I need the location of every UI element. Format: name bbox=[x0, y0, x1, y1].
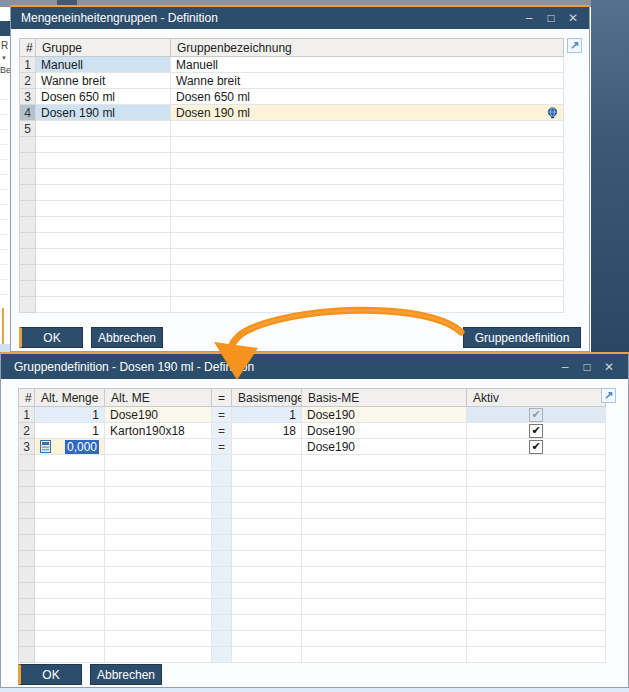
empty-grid-cell[interactable] bbox=[171, 137, 564, 153]
empty-grid-cell[interactable] bbox=[19, 471, 35, 487]
empty-grid-cell[interactable] bbox=[302, 471, 467, 487]
empty-grid-cell[interactable] bbox=[232, 647, 302, 663]
empty-grid-cell[interactable] bbox=[105, 455, 212, 471]
empty-grid-cell[interactable] bbox=[105, 583, 212, 599]
basis-me-cell[interactable]: Dose190 bbox=[302, 439, 467, 455]
empty-grid-cell[interactable] bbox=[232, 631, 302, 647]
empty-grid-cell[interactable] bbox=[212, 583, 232, 599]
empty-grid-cell[interactable] bbox=[171, 265, 564, 281]
bezeichnung-cell[interactable]: Dosen 650 ml bbox=[171, 89, 564, 105]
minimize-button[interactable]: – bbox=[559, 361, 571, 373]
empty-grid-cell[interactable] bbox=[105, 615, 212, 631]
column-header-gruppe[interactable]: Gruppe bbox=[36, 39, 171, 57]
empty-grid-cell[interactable] bbox=[19, 631, 35, 647]
empty-grid-cell[interactable] bbox=[171, 185, 564, 201]
empty-grid-cell[interactable] bbox=[467, 551, 606, 567]
empty-grid-cell[interactable] bbox=[36, 217, 171, 233]
basismenge-cell[interactable]: 1 bbox=[232, 407, 302, 423]
empty-grid-cell[interactable] bbox=[302, 487, 467, 503]
empty-grid-cell[interactable] bbox=[171, 201, 564, 217]
row-number[interactable]: 3 bbox=[20, 89, 36, 105]
empty-grid-cell[interactable] bbox=[467, 535, 606, 551]
empty-grid-cell[interactable] bbox=[232, 503, 302, 519]
cancel-button[interactable]: Abbrechen bbox=[90, 664, 162, 685]
ok-button[interactable]: OK bbox=[18, 664, 82, 685]
empty-grid-cell[interactable] bbox=[105, 535, 212, 551]
column-header-aktiv[interactable]: Aktiv bbox=[467, 389, 606, 407]
empty-grid-cell[interactable] bbox=[302, 519, 467, 535]
empty-grid-cell[interactable] bbox=[212, 567, 232, 583]
empty-grid-cell[interactable] bbox=[36, 265, 171, 281]
empty-grid-cell[interactable] bbox=[302, 583, 467, 599]
empty-grid-cell[interactable] bbox=[467, 615, 606, 631]
column-header-gruppenbezeichnung[interactable]: Gruppenbezeichnung bbox=[171, 39, 564, 57]
gruppe-cell[interactable]: Wanne breit bbox=[36, 73, 171, 89]
empty-grid-cell[interactable] bbox=[19, 455, 35, 471]
empty-grid-cell[interactable] bbox=[467, 647, 606, 663]
empty-grid-cell[interactable] bbox=[105, 471, 212, 487]
column-header-alt-me[interactable]: Alt. ME bbox=[105, 389, 212, 407]
empty-grid-cell[interactable] bbox=[302, 503, 467, 519]
maximize-button[interactable]: □ bbox=[545, 12, 557, 24]
empty-grid-cell[interactable] bbox=[19, 647, 35, 663]
edit-value-selected[interactable]: 0,000 bbox=[65, 440, 99, 454]
empty-grid-cell[interactable] bbox=[20, 233, 36, 249]
column-header-basismenge[interactable]: Basismenge bbox=[232, 389, 302, 407]
empty-grid-cell[interactable] bbox=[302, 599, 467, 615]
group-definition-button[interactable]: Gruppendefinition bbox=[463, 327, 581, 348]
empty-grid-cell[interactable] bbox=[212, 455, 232, 471]
empty-grid-cell[interactable] bbox=[36, 201, 171, 217]
empty-grid-cell[interactable] bbox=[212, 551, 232, 567]
empty-grid-cell[interactable] bbox=[20, 281, 36, 297]
empty-grid-cell[interactable] bbox=[171, 281, 564, 297]
empty-grid-cell[interactable] bbox=[171, 217, 564, 233]
empty-grid-cell[interactable] bbox=[105, 551, 212, 567]
empty-grid-cell[interactable] bbox=[36, 169, 171, 185]
empty-grid-cell[interactable] bbox=[212, 631, 232, 647]
empty-grid-cell[interactable] bbox=[232, 471, 302, 487]
uom-groups-titlebar[interactable]: Mengeneinheitengruppen - Definition – □ … bbox=[11, 7, 589, 29]
empty-grid-cell[interactable] bbox=[35, 551, 105, 567]
empty-grid-cell[interactable] bbox=[19, 535, 35, 551]
empty-grid-cell[interactable] bbox=[212, 535, 232, 551]
row-number[interactable]: 3 bbox=[19, 439, 35, 455]
empty-grid-cell[interactable] bbox=[212, 487, 232, 503]
empty-grid-cell[interactable] bbox=[105, 519, 212, 535]
empty-grid-cell[interactable] bbox=[105, 631, 212, 647]
empty-grid-cell[interactable] bbox=[105, 567, 212, 583]
empty-grid-cell[interactable] bbox=[35, 471, 105, 487]
alt-me-cell[interactable] bbox=[105, 439, 212, 455]
empty-grid-cell[interactable] bbox=[105, 647, 212, 663]
empty-grid-cell[interactable] bbox=[20, 265, 36, 281]
basismenge-cell[interactable]: 18 bbox=[232, 423, 302, 439]
maximize-button[interactable]: □ bbox=[581, 361, 593, 373]
column-header-alt-menge[interactable]: Alt. Menge bbox=[35, 389, 105, 407]
empty-grid-cell[interactable] bbox=[36, 249, 171, 265]
empty-grid-cell[interactable] bbox=[20, 137, 36, 153]
aktiv-checkbox[interactable]: ✔ bbox=[529, 424, 543, 438]
gruppe-cell[interactable] bbox=[36, 121, 171, 137]
column-header-basis-me[interactable]: Basis-ME bbox=[302, 389, 467, 407]
empty-grid-cell[interactable] bbox=[20, 169, 36, 185]
basismenge-cell[interactable] bbox=[232, 439, 302, 455]
gruppe-cell[interactable]: Manuell bbox=[36, 57, 171, 73]
basis-me-cell[interactable]: Dose190 bbox=[302, 423, 467, 439]
gruppe-cell[interactable]: Dosen 190 ml bbox=[36, 105, 171, 121]
empty-grid-cell[interactable] bbox=[232, 455, 302, 471]
empty-grid-cell[interactable] bbox=[105, 487, 212, 503]
empty-grid-cell[interactable] bbox=[302, 647, 467, 663]
empty-grid-cell[interactable] bbox=[467, 599, 606, 615]
column-header-num[interactable]: # bbox=[19, 389, 35, 407]
empty-grid-cell[interactable] bbox=[36, 233, 171, 249]
empty-grid-cell[interactable] bbox=[19, 519, 35, 535]
empty-grid-cell[interactable] bbox=[467, 567, 606, 583]
empty-grid-cell[interactable] bbox=[20, 185, 36, 201]
empty-grid-cell[interactable] bbox=[302, 535, 467, 551]
empty-grid-cell[interactable] bbox=[19, 551, 35, 567]
alt-menge-cell-editing[interactable]: 0,000 bbox=[35, 439, 105, 455]
empty-grid-cell[interactable] bbox=[302, 567, 467, 583]
empty-grid-cell[interactable] bbox=[35, 503, 105, 519]
row-number[interactable]: 2 bbox=[20, 73, 36, 89]
empty-grid-cell[interactable] bbox=[232, 551, 302, 567]
row-number[interactable]: 2 bbox=[19, 423, 35, 439]
